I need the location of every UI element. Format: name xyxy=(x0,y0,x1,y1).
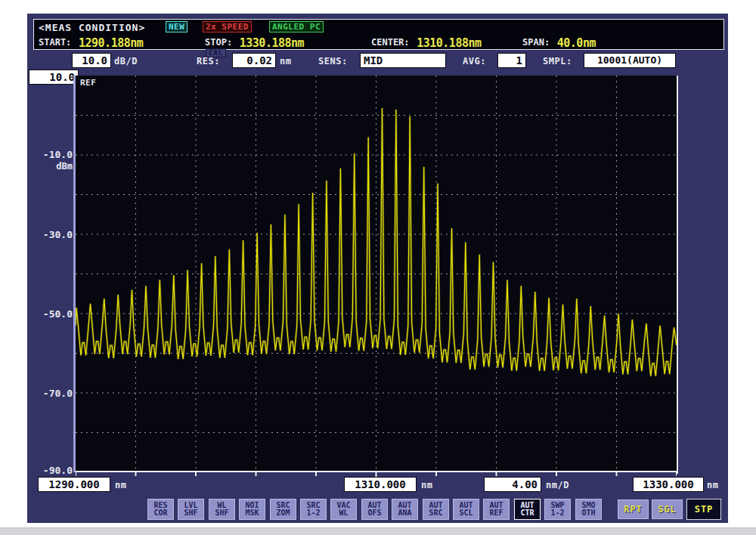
stop-value: 1330.188nm xyxy=(240,36,304,50)
average-label: AVG: xyxy=(463,56,486,66)
spectrum-trace xyxy=(76,108,677,376)
stop-sweep-button[interactable]: STP xyxy=(686,499,721,520)
level-scale-input[interactable]: 10.0 xyxy=(72,53,111,68)
softkey-aut-ctr[interactable]: AUTCTR xyxy=(514,499,541,520)
repeat-sweep-button[interactable]: RPT xyxy=(618,499,649,519)
resolution-unit: nm xyxy=(280,56,291,66)
start-wavelength-field[interactable]: START: 1290.188nm xyxy=(39,36,143,50)
x-center-unit: nm xyxy=(421,480,432,490)
softkey-swp-1-2[interactable]: SWP1-2 xyxy=(544,499,571,520)
x-start-unit: nm xyxy=(115,480,126,490)
page-bottom-scrollbar[interactable] xyxy=(0,527,756,535)
x-scale-unit: nm/D xyxy=(546,480,569,490)
center-value: 1310.188nm xyxy=(417,36,481,50)
plot-right-border xyxy=(677,76,678,474)
softkey-aut-ana[interactable]: AUTANA xyxy=(392,499,418,520)
x-stop-unit: nm xyxy=(707,480,718,490)
x-scale-value-box[interactable]: 4.00 xyxy=(484,477,541,492)
resolution-label: RES: xyxy=(197,56,220,66)
softkey-src-1-2[interactable]: SRC1-2 xyxy=(300,499,327,520)
x-start-value-box[interactable]: 1290.000 xyxy=(38,477,110,492)
spectrum-trace-canvas xyxy=(76,76,677,472)
start-label: START: xyxy=(39,37,71,48)
x-center-value-box[interactable]: 1310.000 xyxy=(344,477,417,492)
softkey-wl-shf[interactable]: WLSHF xyxy=(209,499,235,520)
center-wavelength-field[interactable]: CENTER: 1310.188nm xyxy=(371,36,482,50)
span-value: 40.0nm xyxy=(557,36,596,50)
sampling-input[interactable]: 10001(AUTO) xyxy=(584,53,676,68)
softkey-noi-msk[interactable]: NOIMSK xyxy=(239,499,265,520)
sensitivity-input[interactable]: MID xyxy=(360,53,446,68)
angled-pc-status-badge: ANGLED PC xyxy=(269,21,324,32)
ref-marker-label: REF xyxy=(80,78,96,88)
new-status-badge: NEW xyxy=(166,21,187,32)
page: { "header": { "title": "<MEAS CONDITION>… xyxy=(0,0,756,535)
measurement-condition-panel: <MEAS CONDITION> NEW 2x SPEED ANGLED PC … xyxy=(33,19,724,50)
softkey-aut-ofs[interactable]: AUTOFS xyxy=(361,499,388,520)
resolution-input[interactable]: 0.02 xyxy=(232,53,276,68)
osa-screen: <MEAS CONDITION> NEW 2x SPEED ANGLED PC … xyxy=(27,14,728,523)
x-stop-value-box[interactable]: 1330.000 xyxy=(633,477,704,492)
sensitivity-label: SENS: xyxy=(318,56,348,66)
span-field[interactable]: SPAN: 40.0nm xyxy=(522,36,596,50)
y-tick-minus90: -90.0 xyxy=(27,465,73,476)
softkey-smo-oth[interactable]: SMOOTH xyxy=(575,499,602,520)
softkey-vac-wl[interactable]: VACWL xyxy=(330,499,357,520)
softkey-aut-ref[interactable]: AUTREF xyxy=(483,499,510,520)
softkey-aut-src[interactable]: AUTSRC xyxy=(423,499,449,520)
ref-level-input[interactable]: 10.0 xyxy=(29,70,79,85)
softkey-aut-scl[interactable]: AUTSCL xyxy=(453,499,479,520)
sampling-label: SMPL: xyxy=(543,56,572,66)
y-tick-minus50: -50.0 xyxy=(27,308,73,320)
grid-lines xyxy=(76,76,677,472)
meas-condition-title: <MEAS CONDITION> xyxy=(39,22,145,33)
single-sweep-button[interactable]: SGL xyxy=(652,499,683,519)
average-input[interactable]: 1 xyxy=(497,53,526,68)
y-tick-minus30: -30.0 xyxy=(27,229,73,240)
softkey-lvl-shf[interactable]: LVLSHF xyxy=(178,499,204,520)
softkey-src-zom[interactable]: SRCZOM xyxy=(270,499,296,520)
center-label: CENTER: xyxy=(371,37,410,48)
y-tick-minus10: -10.0 xyxy=(27,149,73,160)
y-axis-unit: dBm xyxy=(27,161,73,172)
softkey-res-cor[interactable]: RESCOR xyxy=(147,499,174,520)
speed-status-badge: 2x SPEED xyxy=(203,21,252,32)
y-tick-minus70: -70.0 xyxy=(27,388,73,399)
stop-label: STOP: xyxy=(205,37,232,48)
start-value: 1290.188nm xyxy=(79,36,143,50)
level-scale-unit: dB/D xyxy=(114,56,138,66)
span-label: SPAN: xyxy=(522,37,550,48)
spectrum-plot-area xyxy=(76,76,677,472)
